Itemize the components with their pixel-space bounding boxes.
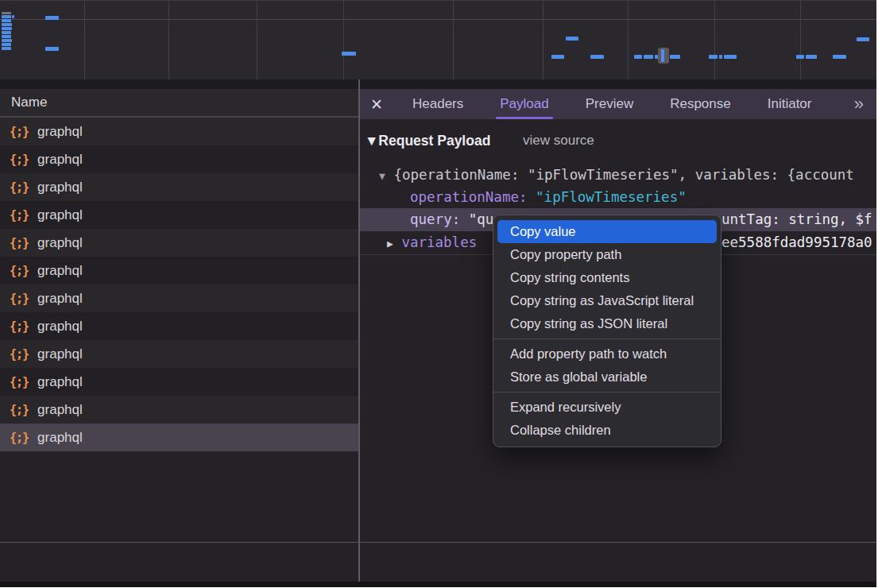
- view-source-link[interactable]: view source: [523, 129, 594, 153]
- payload-preview-row[interactable]: ▼ {operationName: "ipFlowTimeseries", va…: [360, 164, 876, 187]
- context-menu: Copy valueCopy property pathCopy string …: [493, 215, 721, 447]
- waterfall-bar: [45, 47, 59, 51]
- menu-item[interactable]: Copy property path: [497, 243, 717, 266]
- name-column-header[interactable]: Name: [0, 89, 358, 118]
- bottom-edge-bar: [0, 582, 876, 587]
- waterfall-bar: [670, 55, 680, 59]
- request-row[interactable]: {;}graphql: [0, 284, 358, 312]
- request-payload-title[interactable]: ▼Request Payload: [365, 129, 490, 153]
- devtools-network-panel: Name {;}graphql{;}graphql{;}graphql{;}gr…: [0, 0, 876, 587]
- waterfall-bar: [634, 55, 642, 59]
- close-icon[interactable]: ✕: [360, 95, 393, 114]
- json-braces-icon: {;}: [10, 180, 29, 195]
- menu-item[interactable]: Copy string as JavaScript literal: [497, 289, 717, 312]
- overview-gridline: [800, 1, 801, 80]
- menu-item[interactable]: Copy string contents: [497, 266, 717, 289]
- tab-headers[interactable]: Headers: [412, 89, 463, 119]
- json-braces-icon: {;}: [10, 264, 29, 278]
- context-menu-group: Add property path to watchStore as globa…: [493, 338, 721, 389]
- context-menu-group: Copy valueCopy property pathCopy string …: [493, 220, 721, 335]
- property-key: query:: [410, 211, 460, 227]
- menu-item[interactable]: Collapse children: [497, 419, 717, 442]
- menu-item[interactable]: Store as global variable: [497, 366, 717, 389]
- property-value-continuation: ee5588fdad995178a0: [721, 231, 872, 254]
- json-braces-icon: {;}: [10, 208, 29, 222]
- menu-item[interactable]: Copy string as JSON literal: [497, 312, 717, 335]
- waterfall-bar: [2, 23, 12, 26]
- overview-ruler-line: [0, 19, 876, 20]
- waterfall-bar: [2, 27, 12, 30]
- request-row[interactable]: {;}graphql: [0, 424, 358, 451]
- waterfall-bar: [590, 55, 604, 59]
- property-value: "ipFlowTimeseries": [536, 189, 687, 205]
- payload-preview-text: {operationName: "ipFlowTimeseries", vari…: [393, 167, 853, 183]
- waterfall-bar: [551, 55, 564, 59]
- request-row[interactable]: {;}graphql: [0, 340, 358, 368]
- request-name-label: graphql: [37, 346, 83, 362]
- request-name-label: graphql: [37, 207, 83, 223]
- more-tabs-icon[interactable]: »: [854, 89, 864, 119]
- menu-item[interactable]: Expand recursively: [497, 396, 717, 419]
- property-value-continuation: untTag: string, $f: [721, 208, 872, 231]
- overview-gridline: [343, 1, 344, 80]
- waterfall-bar: [833, 55, 846, 59]
- context-menu-group: Expand recursivelyCollapse children: [493, 392, 721, 442]
- json-braces-icon: {;}: [10, 375, 29, 389]
- name-column-label: Name: [11, 95, 47, 110]
- request-name-label: graphql: [37, 152, 83, 168]
- request-name-label: graphql: [37, 291, 83, 307]
- request-row[interactable]: {;}graphql: [0, 368, 358, 396]
- tab-initiator[interactable]: Initiator: [768, 89, 812, 119]
- request-row[interactable]: {;}graphql: [0, 312, 358, 340]
- operation-name-row[interactable]: operationName: "ipFlowTimeseries": [360, 186, 876, 209]
- tab-preview[interactable]: Preview: [586, 89, 633, 119]
- overview-gridline: [628, 1, 629, 80]
- details-tab-bar: ✕ HeadersPayloadPreviewResponseInitiator…: [360, 89, 876, 119]
- waterfall-bar: [2, 43, 11, 46]
- waterfall-bar: [719, 55, 722, 59]
- request-name-label: graphql: [37, 374, 83, 390]
- waterfall-bar: [2, 19, 11, 22]
- waterfall-bar: [12, 15, 14, 18]
- menu-item[interactable]: Add property path to watch: [497, 342, 717, 366]
- waterfall-bar: [2, 35, 11, 38]
- overview-gridline: [84, 1, 85, 80]
- request-payload-section-header: ▼Request Payload view source: [360, 129, 876, 153]
- json-braces-icon: {;}: [10, 347, 29, 362]
- request-name-label: graphql: [37, 319, 83, 335]
- requests-panel: Name {;}graphql{;}graphql{;}graphql{;}gr…: [0, 89, 358, 582]
- json-braces-icon: {;}: [10, 236, 29, 250]
- waterfall-bar: [796, 55, 804, 59]
- waterfall-bar: [45, 16, 59, 20]
- request-name-label: graphql: [37, 263, 83, 279]
- json-braces-icon: {;}: [10, 431, 29, 445]
- request-row[interactable]: {;}graphql: [0, 257, 358, 284]
- json-braces-icon: {;}: [10, 125, 29, 139]
- request-row[interactable]: {;}graphql: [0, 396, 358, 424]
- request-row[interactable]: {;}graphql: [0, 118, 358, 145]
- waterfall-bar: [2, 47, 11, 50]
- request-row[interactable]: {;}graphql: [0, 145, 358, 173]
- json-braces-icon: {;}: [10, 319, 29, 334]
- overview-gridline: [543, 1, 544, 80]
- property-value-start: "qu: [469, 211, 494, 227]
- request-row[interactable]: {;}graphql: [0, 201, 358, 229]
- json-braces-icon: {;}: [10, 292, 29, 306]
- tab-response[interactable]: Response: [670, 89, 731, 119]
- request-name-label: graphql: [37, 430, 83, 446]
- request-row[interactable]: {;}graphql: [0, 173, 358, 201]
- waterfall-bar: [342, 52, 356, 56]
- request-row[interactable]: {;}graphql: [0, 229, 358, 257]
- waterfall-bar: [806, 55, 817, 59]
- waterfall-bar: [2, 31, 11, 34]
- waterfall-bar: [2, 15, 11, 18]
- request-list: {;}graphql{;}graphql{;}graphql{;}graphql…: [0, 118, 358, 451]
- tab-payload[interactable]: Payload: [500, 89, 548, 119]
- network-overview-timeline[interactable]: [0, 0, 876, 80]
- menu-item[interactable]: Copy value: [497, 220, 717, 243]
- waterfall-bar: [566, 37, 578, 41]
- json-braces-icon: {;}: [10, 403, 29, 417]
- request-name-label: graphql: [37, 124, 83, 140]
- chevron-right-icon: ▶: [387, 238, 393, 250]
- overview-gridline: [714, 1, 715, 80]
